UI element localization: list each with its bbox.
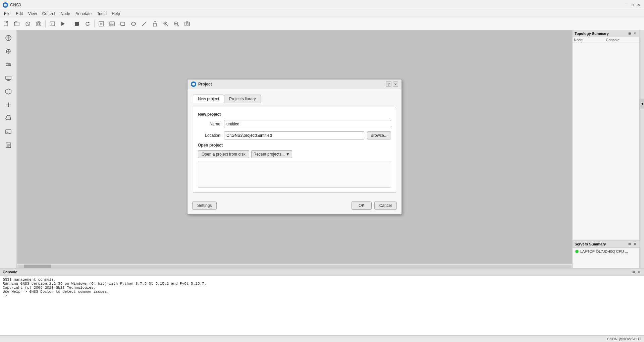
recent-projects-label: Recent projects... bbox=[254, 152, 285, 157]
servers-side-button[interactable] bbox=[2, 85, 15, 98]
recent-button[interactable] bbox=[23, 19, 33, 29]
horizontal-scrollbar[interactable] bbox=[17, 264, 572, 268]
menu-node[interactable]: Node bbox=[58, 11, 73, 17]
stop-all-button[interactable] bbox=[72, 19, 82, 29]
topology-float-button[interactable]: ⊞ bbox=[627, 31, 632, 36]
dialog-tabs: New project Projects library bbox=[193, 95, 396, 103]
scrollbar-thumb-h[interactable] bbox=[24, 265, 51, 268]
menu-help[interactable]: Help bbox=[109, 11, 123, 17]
menu-annotate[interactable]: Annotate bbox=[73, 11, 94, 17]
location-label: Location: bbox=[198, 133, 221, 138]
reload-button[interactable] bbox=[83, 19, 93, 29]
console-side-button[interactable] bbox=[2, 125, 15, 138]
svg-point-5 bbox=[38, 23, 40, 25]
topology-close-button[interactable]: ✕ bbox=[633, 31, 637, 36]
recent-projects-dropdown[interactable]: Recent projects... ▼ bbox=[251, 150, 292, 158]
servers-content: LAPTOP-OL7JDH0Q CPU ... bbox=[573, 248, 639, 268]
console-line-6: => bbox=[3, 294, 641, 298]
console-header: Console ⊞ ✕ bbox=[0, 269, 644, 276]
name-input[interactable] bbox=[224, 120, 391, 128]
open-project-button[interactable] bbox=[12, 19, 22, 29]
console-area: Console ⊞ ✕ GNS3 management console. Run… bbox=[0, 268, 644, 335]
menu-file[interactable]: File bbox=[1, 11, 13, 17]
svg-marker-11 bbox=[88, 22, 90, 23]
capture-button[interactable] bbox=[182, 19, 192, 29]
routers-button[interactable] bbox=[2, 45, 15, 58]
topology-columns: Node Console bbox=[573, 37, 639, 43]
add-link-button[interactable] bbox=[2, 99, 15, 111]
settings-button[interactable]: Settings bbox=[192, 202, 217, 210]
cloud-button[interactable] bbox=[2, 112, 15, 125]
svg-rect-2 bbox=[14, 22, 19, 26]
edge-toggle-button[interactable]: ◀ bbox=[640, 99, 644, 109]
start-all-button[interactable] bbox=[58, 19, 68, 29]
console-line-3: Copyright (c) 2006-2023 GNS3 Technologie… bbox=[3, 286, 641, 290]
modal-help-button[interactable]: ? bbox=[386, 81, 391, 87]
all-devices-button[interactable] bbox=[2, 32, 15, 44]
modal-titlebar: Project ? ✕ bbox=[187, 79, 401, 89]
close-button[interactable]: ✕ bbox=[636, 2, 641, 8]
insert-image-button[interactable] bbox=[107, 19, 117, 29]
svg-point-14 bbox=[111, 22, 112, 23]
zoom-in-button[interactable] bbox=[161, 19, 171, 29]
menu-bar: File Edit View Control Node Annotate Too… bbox=[0, 10, 644, 17]
console-close-button[interactable]: ✕ bbox=[637, 270, 641, 274]
svg-line-17 bbox=[142, 22, 146, 26]
console-title: Console bbox=[3, 270, 17, 274]
console-line-2: Running GNS3 version 2.2.39 on Windows (… bbox=[3, 282, 641, 286]
server-name: LAPTOP-OL7JDH0Q CPU ... bbox=[580, 249, 628, 253]
ok-button[interactable]: OK bbox=[352, 202, 371, 210]
svg-rect-15 bbox=[121, 22, 125, 25]
modal-close-button[interactable]: ✕ bbox=[393, 81, 398, 87]
console-content[interactable]: GNS3 management console. Running GNS3 ve… bbox=[0, 276, 644, 335]
lock-button[interactable] bbox=[150, 19, 160, 29]
topology-node-col: Node bbox=[574, 38, 606, 42]
workstations-button[interactable] bbox=[2, 72, 15, 84]
tab-new-project[interactable]: New project bbox=[193, 95, 224, 103]
modal-body: New project Projects library New project… bbox=[187, 89, 401, 198]
location-input[interactable] bbox=[224, 131, 364, 139]
servers-float-button[interactable]: ⊞ bbox=[627, 242, 632, 246]
menu-control[interactable]: Control bbox=[40, 11, 58, 17]
svg-rect-4 bbox=[36, 22, 41, 26]
open-from-disk-button[interactable]: Open a project from disk bbox=[198, 150, 249, 158]
draw-ellipse-button[interactable] bbox=[128, 19, 139, 29]
status-bar: CSDN @NOWSHUT bbox=[0, 335, 644, 342]
tab-projects-library[interactable]: Projects library bbox=[224, 95, 261, 103]
open-project-title: Open project bbox=[198, 143, 391, 148]
new-project-section-title: New project bbox=[198, 112, 391, 117]
servers-close-button[interactable]: ✕ bbox=[633, 242, 637, 246]
menu-edit[interactable]: Edit bbox=[13, 11, 25, 17]
snapshot-button[interactable] bbox=[34, 19, 44, 29]
open-project-area: Open a project from disk Recent projects… bbox=[198, 150, 391, 158]
svg-rect-45 bbox=[6, 130, 11, 134]
name-label: Name: bbox=[198, 122, 221, 126]
left-sidebar bbox=[0, 30, 17, 268]
svg-rect-13 bbox=[110, 22, 114, 26]
tab-content-new-project: New project Name: Location: Browse... bbox=[193, 107, 396, 193]
modal-overlay: Project ? ✕ New project Projects library bbox=[17, 30, 572, 264]
canvas[interactable]: Project ? ✕ New project Projects library bbox=[17, 30, 572, 264]
menu-tools[interactable]: Tools bbox=[94, 11, 109, 17]
maximize-button[interactable]: □ bbox=[630, 2, 635, 8]
notes-button[interactable] bbox=[2, 139, 15, 152]
location-row: Location: Browse... bbox=[198, 131, 391, 139]
draw-rect-button[interactable] bbox=[118, 19, 128, 29]
svg-line-24 bbox=[177, 25, 179, 26]
browse-button[interactable]: Browse... bbox=[367, 131, 391, 139]
annotate-button[interactable] bbox=[96, 19, 106, 29]
modal-icon bbox=[191, 81, 196, 87]
minimize-button[interactable]: ─ bbox=[624, 2, 629, 8]
menu-view[interactable]: View bbox=[25, 11, 40, 17]
switches-button[interactable] bbox=[2, 58, 15, 71]
servers-summary-section: Servers Summary ⊞ ✕ LAPTOP-OL7JDH0Q CPU … bbox=[573, 241, 639, 268]
draw-line-button[interactable] bbox=[139, 19, 149, 29]
svg-point-16 bbox=[131, 22, 136, 25]
right-panel: Topology Summary ⊞ ✕ Node Console Server… bbox=[572, 30, 639, 268]
zoom-out-button[interactable] bbox=[171, 19, 181, 29]
svg-rect-18 bbox=[153, 23, 157, 26]
terminal-button[interactable]: >_ bbox=[47, 19, 57, 29]
console-float-button[interactable]: ⊞ bbox=[631, 270, 636, 274]
cancel-button[interactable]: Cancel bbox=[374, 202, 397, 210]
new-project-button[interactable] bbox=[1, 19, 11, 29]
